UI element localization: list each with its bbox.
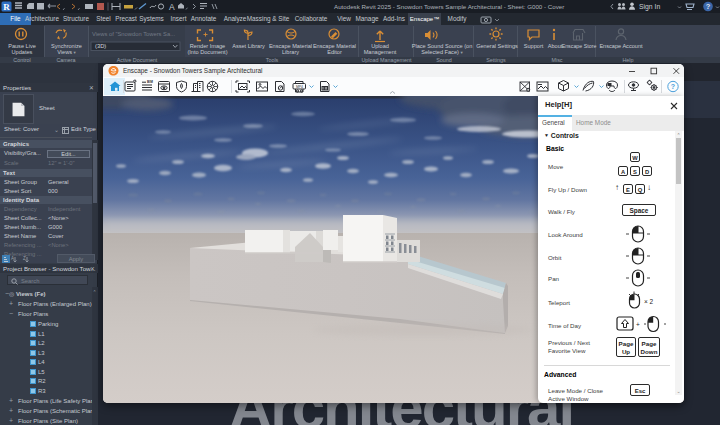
svg-text:MP4: MP4: [296, 85, 303, 89]
svg-text:(3D): (3D): [95, 43, 106, 49]
svg-text:BIM: BIM: [147, 80, 153, 84]
svg-text:× 2: × 2: [644, 298, 654, 305]
svg-text:+: +: [636, 321, 640, 328]
svg-text:A: A: [169, 2, 175, 12]
svg-text:A: A: [11, 256, 14, 261]
svg-text:Z: Z: [23, 256, 26, 261]
svg-text:?: ?: [706, 2, 711, 11]
svg-text:?: ?: [671, 83, 675, 90]
svg-text:Sign In: Sign In: [639, 3, 660, 11]
svg-text:R: R: [3, 2, 10, 12]
svg-text:Views of "Snowdon Towers Sa...: Views of "Snowdon Towers Sa...: [92, 31, 175, 37]
